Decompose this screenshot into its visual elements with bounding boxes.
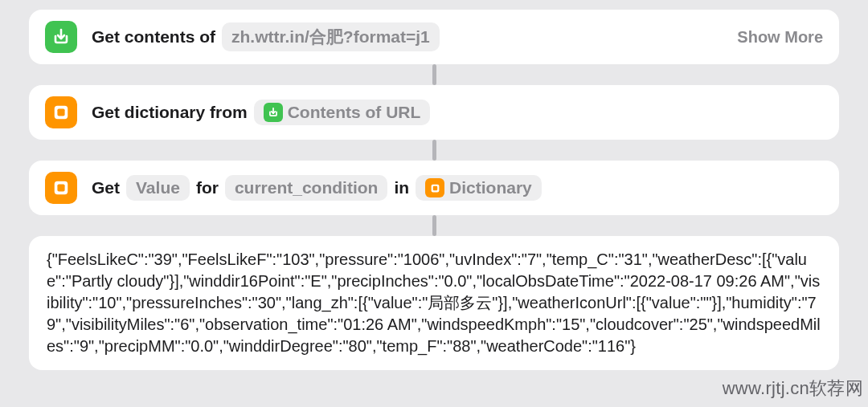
action-get-value[interactable]: Get Value for current_condition in Dicti…	[29, 161, 839, 215]
connector	[29, 64, 839, 85]
action-label: Get contents of	[92, 27, 215, 47]
output-text: {"FeelsLikeC":"39","FeelsLikeF":"103","p…	[29, 236, 839, 370]
url-parameter[interactable]: zh.wttr.in/合肥?format=j1	[222, 22, 440, 51]
action-content: Get dictionary from Contents of URL	[92, 100, 430, 125]
action-content: Get Value for current_condition in Dicti…	[92, 175, 542, 201]
key-parameter[interactable]: current_condition	[225, 175, 388, 201]
dictionary-icon	[45, 172, 77, 204]
svg-rect-1	[57, 108, 64, 116]
connector	[29, 215, 839, 236]
pill-label: Dictionary	[449, 178, 532, 197]
show-more-button[interactable]: Show More	[737, 28, 823, 47]
pill-label: Contents of URL	[288, 103, 421, 122]
action-label: Get dictionary from	[92, 103, 248, 122]
dictionary-parameter[interactable]: Dictionary	[416, 175, 542, 201]
action-label-get: Get	[92, 178, 120, 197]
svg-rect-3	[57, 184, 64, 191]
connector	[29, 140, 839, 161]
action-label-for: for	[196, 178, 219, 197]
dictionary-icon	[425, 178, 444, 197]
value-parameter[interactable]: Value	[126, 175, 190, 201]
action-get-contents-url[interactable]: Get contents of zh.wttr.in/合肥?format=j1 …	[29, 10, 839, 64]
download-icon	[264, 103, 283, 122]
svg-rect-5	[432, 185, 436, 189]
source-parameter[interactable]: Contents of URL	[254, 100, 431, 125]
dictionary-icon	[45, 96, 77, 128]
download-icon	[45, 21, 77, 53]
action-content: Get contents of zh.wttr.in/合肥?format=j1	[92, 22, 440, 51]
action-label-in: in	[394, 178, 409, 197]
action-get-dictionary[interactable]: Get dictionary from Contents of URL	[29, 85, 839, 140]
